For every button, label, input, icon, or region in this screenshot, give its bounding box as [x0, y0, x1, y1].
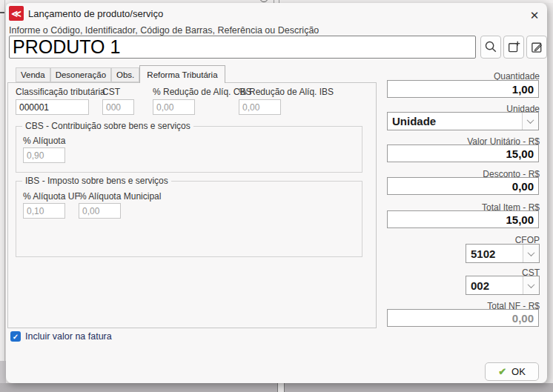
chevron-down-icon [523, 245, 539, 262]
ibs-aliquota-municipal-input[interactable] [79, 203, 121, 219]
background-app-corner [0, 361, 6, 383]
unit-select[interactable]: Unidade [387, 112, 539, 130]
background-app-left [0, 0, 6, 392]
classificacao-tributaria-label: Classificação tributária [16, 87, 105, 97]
reducao-cbs-label: % Redução de Alíq. CBS [153, 87, 251, 97]
unit-price-input[interactable] [387, 144, 539, 162]
reducao-cbs-input[interactable] [153, 99, 195, 115]
discount-input[interactable] [387, 177, 539, 195]
background-app-bottom [0, 383, 553, 392]
new-product-button[interactable] [503, 36, 524, 59]
tab-venda[interactable]: Venda [16, 67, 50, 82]
cfop-select-value: 5102 [466, 248, 523, 260]
chevron-down-icon [522, 113, 538, 130]
tab-reforma-tributaria[interactable]: Reforma Tributária [139, 65, 225, 83]
ibs-group: IBS - Imposto sobre bens e serviços % Al… [16, 181, 362, 257]
edit-pencil-icon [530, 40, 544, 54]
ok-checkmark-icon: ✔ [498, 366, 506, 377]
checkmark-icon: ✓ [13, 333, 19, 341]
edit-product-button[interactable] [526, 36, 547, 59]
tab-desoneracao[interactable]: Desoneração [50, 67, 111, 82]
product-entry-dialog: ≪ Lançamento de produto/serviço ✕ Inform… [6, 3, 547, 383]
cst-code-input[interactable] [102, 99, 134, 115]
cbs-aliquota-input[interactable] [23, 147, 65, 163]
search-icon [484, 40, 498, 54]
cbs-group: CBS - Contribuição sobre bens e serviços… [16, 126, 362, 173]
include-in-invoice-label: Incluir valor na fatura [25, 331, 112, 342]
unit-select-value: Unidade [388, 115, 522, 127]
cst-select-value: 002 [466, 279, 523, 292]
background-magnifier-icon [259, 0, 268, 2]
ibs-aliquota-uf-input[interactable] [23, 203, 65, 219]
cbs-group-title: CBS - Contribuição sobre bens e serviços [22, 121, 193, 131]
invoice-total-input[interactable] [387, 309, 539, 327]
search-button[interactable] [480, 36, 501, 59]
ok-button-label: OK [511, 366, 526, 377]
product-search-input[interactable] [9, 36, 476, 59]
ok-button[interactable]: ✔ OK [485, 362, 539, 381]
background-divider [4, 0, 5, 361]
cbs-aliquota-label: % Alíquota [23, 136, 65, 146]
dialog-title: Lançamento de produto/serviço [28, 8, 163, 19]
app-logo-icon: ≪ [9, 6, 24, 21]
ibs-aliquota-uf-label: % Alíquota UF [23, 191, 80, 202]
item-total-input[interactable] [387, 210, 539, 228]
tab-bar: Venda Desoneração Obs. Reforma Tributári… [16, 65, 225, 83]
reducao-ibs-input[interactable] [239, 99, 281, 115]
classificacao-tributaria-input[interactable] [16, 99, 89, 115]
ibs-aliquota-municipal-label: % Alíquota Municipal [79, 191, 161, 202]
ibs-group-title: IBS - Imposto sobre bens e serviços [22, 176, 171, 186]
cfop-select[interactable]: 5102 [466, 244, 540, 263]
cst-select[interactable]: 002 [466, 276, 540, 295]
close-icon[interactable]: ✕ [525, 7, 544, 24]
background-minus-icon [0, 12, 4, 13]
background-app-divider [277, 383, 285, 392]
document-plus-icon [507, 40, 521, 54]
reducao-ibs-label: % Redução de Alíq. IBS [239, 87, 334, 97]
product-search-label: Informe o Código, Identificador, Código … [9, 25, 319, 36]
cst-code-label: CST [102, 87, 120, 97]
include-in-invoice-checkbox[interactable]: ✓ [10, 331, 21, 342]
quantity-input[interactable] [387, 80, 539, 98]
tab-obs[interactable]: Obs. [111, 67, 139, 82]
chevron-down-icon [523, 276, 539, 294]
